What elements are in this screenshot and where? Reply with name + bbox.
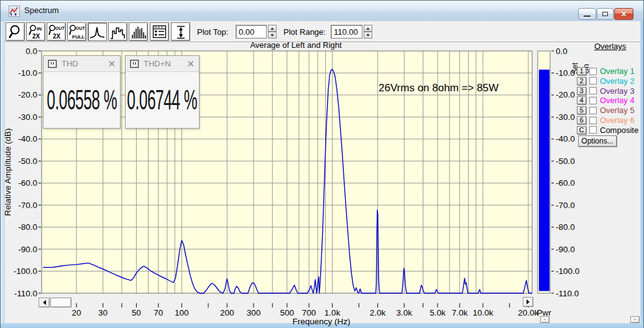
overlay-on-checkbox-4[interactable] [589, 97, 597, 104]
options-button[interactable]: Options... [578, 135, 617, 147]
thdn-value: 0.06744 % [127, 84, 198, 116]
overlay-set-button-2[interactable]: 2 [577, 77, 586, 85]
y-tick-label-left: -20.0 [18, 90, 37, 99]
splitter-button-right[interactable]: - [630, 316, 640, 323]
overlay-label: Overlay 1 [600, 66, 635, 76]
y-tick-label-right: -40.0 [556, 134, 575, 144]
y-tick-label-right: -20.0 [556, 90, 575, 99]
x-tick-label: 3.0k [396, 308, 412, 317]
overlay-row: 5Overlay 5 [577, 106, 635, 115]
thdn-panel[interactable]: THD+N ✕ 0.06744 % [125, 55, 200, 129]
y-tick-label-left: -100.0 [14, 266, 37, 276]
x-tick-label: 100 [175, 308, 189, 317]
overlay-set-button-5[interactable]: 5 [577, 106, 586, 114]
scroll-right-button[interactable] [523, 297, 533, 307]
x-tick-label: 500 [280, 308, 294, 317]
x-tick-label: 300 [247, 308, 261, 317]
y-tick-label-left: -110.0 [14, 289, 37, 298]
thdn-panel-title: THD+N [144, 59, 186, 68]
overlay-on-checkbox-6[interactable] [589, 117, 597, 124]
y-tick-label-right: -80.0 [556, 222, 575, 232]
overlay-label: Overlay 6 [600, 116, 635, 125]
close-icon[interactable]: ✕ [186, 59, 195, 68]
overlay-row: 6Overlay 6 [577, 116, 635, 125]
scroll-right-icon [527, 299, 530, 304]
y-tick-label-left: -90.0 [18, 245, 37, 254]
overlay-row: 2Overlay 2 [577, 76, 635, 86]
y-tick-label-right: -100.0 [556, 266, 579, 276]
x-tick-label: 20 [71, 308, 81, 317]
annotation-text: 26Vrms on 8ohm => 85W [379, 82, 499, 94]
x-axis-label: Frequency (Hz) [292, 317, 350, 326]
overlay-label: Overlay 4 [600, 96, 635, 105]
scroll-left-icon [43, 300, 46, 305]
overlay-row: 1Overlay 1 [577, 66, 635, 76]
y-tick-label-right: -90.0 [556, 245, 575, 254]
scroll-left-button[interactable] [39, 298, 50, 308]
y-tick-label-left: 0.0 [25, 47, 37, 56]
pwr-meter-bar [539, 70, 550, 291]
x-tick-label: 50 [132, 308, 141, 317]
y-tick-label-left: -60.0 [18, 178, 37, 188]
overlay-row: 4Overlay 4 [577, 96, 635, 105]
y-tick-label-right: -60.0 [556, 178, 575, 188]
x-tick-label: 20.0k [518, 308, 538, 317]
y-tick-label-right: -70.0 [556, 201, 575, 210]
overlay-on-checkbox-3[interactable] [589, 87, 597, 94]
overlay-on-checkbox-2[interactable] [589, 77, 597, 84]
y-tick-label-left: -50.0 [18, 157, 37, 166]
overlay-label: Overlay 2 [600, 76, 635, 86]
overlays-panel: Overlays Set On 1Overlay 12Overlay 23Ove… [576, 40, 640, 150]
y-axis-label: Relative Amplitude (dB) [3, 128, 12, 216]
thd-panel-header[interactable]: THD ✕ [44, 56, 120, 72]
overlay-set-button-C[interactable]: C [577, 126, 586, 134]
overlay-set-button-6[interactable]: 6 [577, 116, 586, 124]
x-tick-label: 1.0k [324, 308, 341, 317]
overlay-set-button-3[interactable]: 3 [577, 87, 586, 95]
thdn-panel-header[interactable]: THD+N ✕ [126, 56, 199, 72]
spectrum-chart: Average of Left and Right0.00.0-10.0-10.… [1, 1, 644, 328]
y-tick-label-right: -50.0 [556, 157, 575, 166]
meter-window-icon [48, 60, 57, 68]
h-scroll-thumb[interactable] [50, 298, 71, 308]
x-tick-label: 2.0k [370, 308, 386, 317]
x-tick-label: 700 [302, 308, 316, 317]
x-tick-label: 7.0k [452, 308, 468, 317]
thd-panel[interactable]: THD ✕ 0.06558 % [43, 55, 121, 129]
y-tick-label-left: -30.0 [18, 112, 37, 122]
y-tick-label-left: -40.0 [18, 134, 37, 144]
y-tick-label-left: -10.0 [18, 68, 37, 78]
y-tick-label-right: 0.0 [556, 47, 568, 56]
thdn-panel-body: 0.06744 % [126, 72, 199, 127]
y-tick-label-right: -30.0 [556, 112, 575, 122]
meter-window-icon [130, 60, 139, 68]
overlay-on-checkbox-C[interactable] [589, 126, 597, 134]
x-tick-label: 10.0k [472, 308, 493, 317]
overlay-label: Overlay 5 [600, 106, 635, 115]
x-tick-label: 30 [98, 308, 108, 317]
overlay-set-button-1[interactable]: 1 [577, 67, 586, 75]
chart-title: Average of Left and Right [250, 40, 342, 50]
overlay-on-checkbox-5[interactable] [589, 107, 597, 114]
overlay-row: 3Overlay 3 [577, 86, 635, 96]
overlays-title: Overlays [594, 42, 626, 51]
x-tick-label: 70 [154, 308, 163, 317]
overlay-set-button-4[interactable]: 4 [577, 96, 586, 104]
overlay-row: CComposite [577, 125, 638, 135]
y-tick-label-left: -80.0 [18, 222, 37, 232]
thd-value: 0.06558 % [47, 84, 117, 116]
y-tick-label-right: -110.0 [556, 289, 579, 298]
close-icon[interactable]: ✕ [108, 59, 116, 68]
overlay-label: Composite [600, 125, 638, 135]
spectrum-window: Spectrum ✕ IN 2X OUT 2X [0, 0, 644, 328]
thd-panel-body: 0.06558 % [44, 72, 120, 127]
x-tick-label: 200 [220, 308, 234, 317]
y-tick-label-left: -70.0 [18, 201, 37, 210]
thd-panel-title: THD [62, 59, 108, 68]
overlay-on-checkbox-1[interactable] [589, 68, 597, 75]
splitter-button-left[interactable]: - [540, 316, 550, 323]
overlay-label: Overlay 3 [600, 86, 635, 96]
x-tick-label: 5.0k [430, 308, 446, 317]
